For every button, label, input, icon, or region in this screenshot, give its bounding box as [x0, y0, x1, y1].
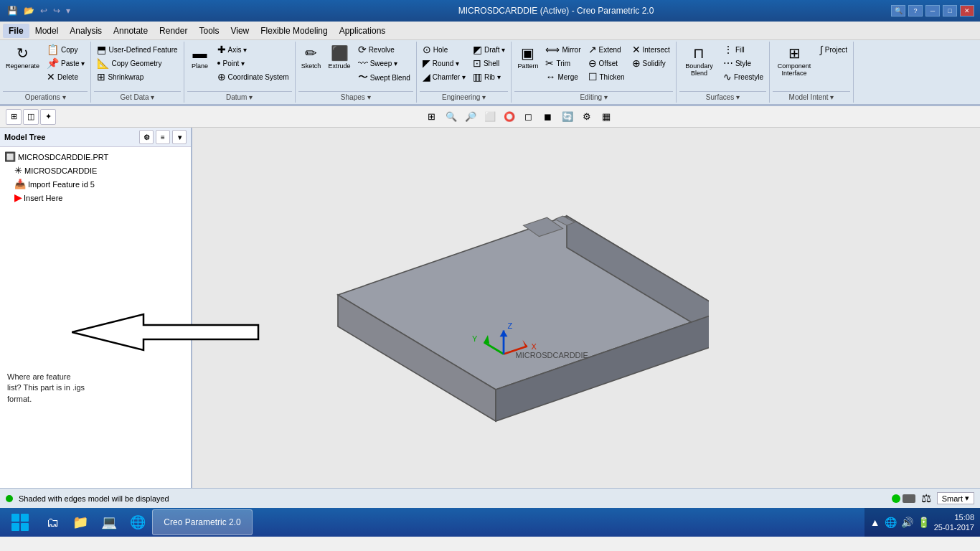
fill-btn[interactable]: ⋮ Fill: [720, 43, 766, 56]
qa-save-btn[interactable]: 💾: [6, 4, 19, 17]
maximize-btn[interactable]: □: [943, 5, 957, 17]
qa-open-btn[interactable]: 📂: [22, 4, 36, 17]
plane-btn[interactable]: ▬ Plane: [187, 43, 213, 86]
menu-file[interactable]: File: [3, 24, 29, 38]
tree-item-model[interactable]: ✳ MICROSDCARDDIE: [1, 164, 189, 177]
draft-btn[interactable]: ◩ Draft ▾: [470, 43, 508, 56]
copy-geometry-btn[interactable]: 📐 Copy Geometry: [94, 57, 180, 70]
tree-item-model-label: MICROSDCARDDIE: [24, 166, 97, 175]
rib-btn[interactable]: ▥ Rib ▾: [470, 70, 508, 83]
tree-columns-btn[interactable]: ≡: [156, 130, 170, 144]
menu-model[interactable]: Model: [29, 24, 65, 38]
surfaces-label: Surfaces ▾: [679, 91, 766, 101]
model-intent-label: Model Intent ▾: [773, 91, 850, 101]
menu-flexible-modeling[interactable]: Flexible Modeling: [255, 24, 333, 38]
smart-dropdown[interactable]: Smart ▾: [937, 492, 974, 504]
vp-view-btn3[interactable]: ◻: [520, 108, 537, 126]
copy-btn[interactable]: 📋 Copy: [44, 43, 88, 56]
system-clock[interactable]: 15:08 25-01-2017: [934, 512, 974, 533]
taskbar-computer-btn[interactable]: 💻: [95, 509, 123, 535]
geometry-mode-btn[interactable]: ⚖: [921, 491, 931, 505]
axis-btn[interactable]: ✚ Axis ▾: [215, 43, 292, 56]
vp-view-btn6[interactable]: ⚙: [578, 108, 595, 126]
style-btn[interactable]: ⋯ Style: [720, 57, 766, 70]
qa-undo-btn[interactable]: ↩: [39, 4, 49, 17]
tree-item-import[interactable]: 📥 Import Feature id 5: [1, 177, 189, 191]
vp-view-btn5[interactable]: 🔄: [559, 108, 576, 126]
user-defined-feature-btn[interactable]: ⬒ User-Defined Feature: [94, 43, 180, 56]
menu-tools[interactable]: Tools: [193, 24, 225, 38]
point-btn[interactable]: • Point ▾: [215, 57, 292, 70]
tray-battery-icon[interactable]: 🔋: [918, 517, 930, 528]
extend-btn[interactable]: ↗ Extend: [585, 43, 628, 56]
ribbon: ↻ Regenerate 📋 Copy 📌 Paste ▾ ✕ Delete O…: [0, 40, 980, 106]
help-btn[interactable]: ?: [908, 5, 923, 17]
close-btn[interactable]: ✕: [960, 5, 974, 17]
taskbar-creo-btn[interactable]: Creo Parametric 2.0: [152, 509, 253, 535]
vp-zoom-in-btn[interactable]: 🔍: [443, 108, 460, 126]
tree-item-insert[interactable]: ▶ Insert Here: [1, 191, 189, 204]
regenerate-btn[interactable]: ↻ Regenerate: [3, 43, 42, 86]
taskbar-browser-btn[interactable]: 🌐: [123, 509, 152, 535]
sweep-btn[interactable]: 〰 Sweep ▾: [355, 57, 413, 70]
chamfer-btn[interactable]: ◢ Chamfer ▾: [420, 70, 468, 83]
menu-applications[interactable]: Applications: [334, 24, 392, 38]
toolbar-grid-btn[interactable]: ⊞: [6, 109, 22, 125]
vp-zoom-out-btn[interactable]: 🔎: [462, 108, 479, 126]
tray-expand-icon[interactable]: ▲: [870, 517, 880, 528]
vp-view-btn2[interactable]: ⭕: [501, 108, 518, 126]
sketch-btn[interactable]: ✏ Sketch: [298, 43, 324, 86]
swept-blend-btn[interactable]: 〜 Swept Blend: [355, 70, 413, 85]
viewport[interactable]: X Y Z MICROSDCARDDIE: [192, 128, 980, 488]
display-mode-btn[interactable]: [903, 494, 915, 503]
revolve-btn[interactable]: ⟳ Revolve: [355, 43, 413, 56]
intersect-btn[interactable]: ✕ Intersect: [629, 43, 673, 56]
coord-system-btn[interactable]: ⊕ Coordinate System: [215, 70, 292, 83]
vp-view-btn4[interactable]: ◼: [540, 108, 557, 126]
start-button[interactable]: [0, 508, 40, 537]
delete-btn[interactable]: ✕ Delete: [44, 70, 88, 83]
search-btn[interactable]: 🔍: [891, 5, 905, 17]
menu-analysis[interactable]: Analysis: [64, 24, 108, 38]
solidify-btn[interactable]: ⊕ Solidify: [629, 57, 673, 70]
insert-marker: ▶: [14, 192, 22, 203]
trim-btn[interactable]: ✂ Trim: [542, 57, 583, 70]
tree-dropdown-btn[interactable]: ▾: [172, 130, 187, 144]
thicken-btn[interactable]: ☐ Thicken: [585, 70, 628, 83]
project-btn[interactable]: ∫ Project: [817, 43, 850, 56]
menu-view[interactable]: View: [225, 24, 255, 38]
tray-network-icon[interactable]: 🌐: [885, 517, 897, 528]
toolbar-star-btn[interactable]: ✦: [40, 109, 56, 125]
component-interface-btn[interactable]: ⊞ Component Interface: [773, 43, 816, 86]
taskbar-explorer-btn[interactable]: 🗂: [40, 509, 66, 535]
qa-redo-btn[interactable]: ↪: [52, 4, 62, 17]
taskbar-folder-btn[interactable]: 📁: [66, 509, 95, 535]
vp-view-btn7[interactable]: ▦: [598, 108, 615, 126]
arrow-annotation: [72, 307, 265, 366]
coord-icon: ⊕: [217, 71, 226, 83]
vp-view-btn1[interactable]: ⬜: [481, 108, 499, 126]
shell-btn[interactable]: ⊡ Shell: [470, 57, 508, 70]
mirror-btn[interactable]: ⟺ Mirror: [542, 43, 583, 56]
qa-more-btn[interactable]: ▾: [65, 4, 72, 17]
freestyle-btn[interactable]: ∿ Freestyle: [720, 70, 766, 83]
hole-btn[interactable]: ⊙ Hole: [420, 43, 468, 56]
round-btn[interactable]: ◤ Round ▾: [420, 57, 468, 70]
vp-zoom-fit-btn[interactable]: ⊞: [423, 108, 440, 126]
axis-icon: ✚: [217, 44, 226, 55]
extend-icon: ↗: [588, 44, 597, 55]
paste-btn[interactable]: 📌 Paste ▾: [44, 57, 88, 70]
tree-item-root[interactable]: 🔲 MICROSDCARDDIE.PRT: [1, 150, 189, 164]
pattern-btn[interactable]: ▣ Pattern: [514, 43, 541, 86]
minimize-btn[interactable]: ─: [925, 5, 940, 17]
tree-settings-btn[interactable]: ⚙: [139, 130, 154, 144]
tray-volume-icon[interactable]: 🔊: [901, 517, 913, 528]
toolbar-layer-btn[interactable]: ◫: [23, 109, 39, 125]
shrinkwrap-btn[interactable]: ⊞ Shrinkwrap: [94, 70, 180, 83]
menu-render[interactable]: Render: [154, 24, 193, 38]
menu-annotate[interactable]: Annotate: [108, 24, 154, 38]
extrude-btn[interactable]: ⬛ Extrude: [326, 43, 354, 86]
offset-btn[interactable]: ⊖ Offset: [585, 57, 628, 70]
merge-btn[interactable]: ↔ Merge: [542, 70, 583, 83]
boundary-blend-btn[interactable]: ⊓ Boundary Blend: [679, 43, 719, 86]
